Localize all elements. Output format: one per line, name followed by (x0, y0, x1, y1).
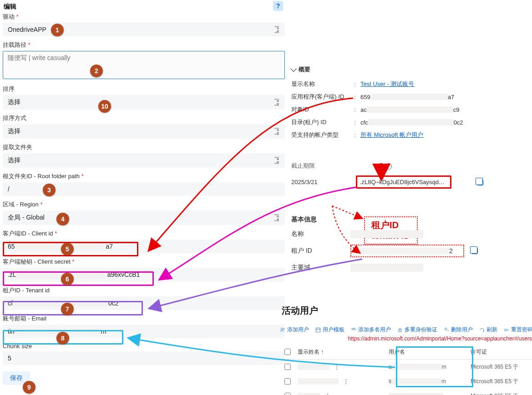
row-domain: 主要域 (291, 264, 528, 272)
region-field: 区域 - Region * 全局 - Global ▴▾ (3, 200, 285, 225)
svg-point-6 (505, 329, 507, 331)
orderdir-select[interactable]: 选择 ▴▾ (3, 124, 285, 139)
row-name: 名称 (291, 230, 528, 238)
mount-path-input[interactable] (3, 51, 285, 79)
overview-toggle[interactable]: 概要 (291, 65, 310, 74)
region-label: 区域 - Region * (3, 200, 285, 209)
basic-info-heading: 基本信息 (291, 215, 528, 224)
driver-label: 驱动 * (3, 13, 285, 21)
root-folder-label: 根文件夹ID - Root folder path * (3, 172, 285, 180)
step-badge-10: 10 (98, 100, 111, 113)
email-label: 账号邮箱 - Email (3, 315, 285, 323)
row-account-types: 受支持的帐户类型 : 所有 Microsoft 帐户用户 (291, 131, 528, 139)
tenant-id-field: 租户ID - Tenant id cf0c2 (3, 286, 285, 310)
orderdir-label: 排序方式 (3, 114, 285, 122)
email-input[interactable]: tinm (3, 325, 285, 338)
users-toolbar: 添加用户 用户模板 添加多名用户 多重身份验证 删除用户 刷新 重置密码 导出 (280, 326, 532, 334)
active-users-panel: 活动用户 添加用户 用户模板 添加多名用户 多重身份验证 删除用户 刷新 重置密… (280, 305, 532, 395)
add-many-users-button[interactable]: 添加多名用户 (351, 326, 391, 334)
lock-icon (397, 327, 403, 333)
row-checkbox[interactable] (284, 378, 291, 385)
step-badge-7: 7 (61, 303, 74, 315)
extract-field: 提取文件夹 选择 ▴▾ (3, 143, 285, 168)
select-all-checkbox[interactable] (284, 349, 291, 355)
svg-rect-1 (316, 328, 320, 332)
order-select[interactable]: 选择 ▴▾ (3, 95, 285, 110)
step-badge-6: 6 (61, 273, 74, 285)
order-field: 排序 选择 ▴▾ (3, 85, 285, 110)
chevron-down-icon (290, 65, 297, 72)
step-badge-4: 4 (56, 213, 69, 225)
secret-block: 截止期限 值 i 2025/3/21 .zL8Q~kDgJuED8jc6VSay… (291, 162, 528, 189)
active-users-heading: 活动用户 (282, 305, 532, 317)
chunk-size-label: Chunk size (3, 343, 285, 350)
users-plus-icon (351, 327, 356, 333)
user-templates-button[interactable]: 用户模板 (315, 326, 345, 334)
mount-path-label: 挂载路径 * (3, 41, 285, 49)
users-table: 显示姓名 ↑ 用户名 许可证 ⋮ am Microsoft 365 E5 于 ⋮… (280, 345, 532, 395)
key-icon (504, 327, 509, 333)
row-tenant-id: 租户 ID c2 (291, 245, 528, 257)
row-checkbox[interactable] (284, 364, 291, 370)
client-secret-label: 客户端秘钥 - Client secret * (3, 258, 285, 266)
chunk-size-field: Chunk size 5 (3, 343, 285, 365)
add-user-button[interactable]: 添加用户 (280, 326, 309, 334)
chevron-updown-icon: ▴▾ (277, 128, 279, 135)
chunk-size-input[interactable]: 5 (3, 351, 285, 365)
template-icon (315, 327, 321, 333)
row-checkbox[interactable] (284, 393, 291, 395)
secret-value-box: .zL8Q~kDgJuED8jc6VSaysqdTdLw... (356, 175, 451, 189)
info-icon: i (385, 163, 392, 170)
overview-panel: 概要 显示名称 : Test User - 测试账号 应用程序(客户端) ID … (291, 64, 528, 144)
tenant-id-input[interactable]: cf0c2 (3, 296, 285, 310)
col-license[interactable]: 许可证 (468, 345, 532, 360)
table-row[interactable]: ⋮ am Microsoft 365 E5 于 (280, 360, 532, 375)
refresh-button[interactable]: 刷新 (479, 326, 497, 334)
svg-rect-4 (399, 330, 401, 332)
step-badge-9: 9 (23, 381, 35, 394)
step-badge-2: 2 (90, 65, 103, 77)
basic-info-panel: 基本信息 名称 租户 ID c2 主要域 (291, 214, 528, 278)
table-row[interactable]: ⋮ tim Microsoft 365 E5 于 (280, 374, 532, 389)
copy-icon[interactable] (477, 179, 483, 185)
mount-path-field: 挂载路径 * (3, 41, 285, 80)
step-badge-5: 5 (61, 243, 74, 255)
mfa-button[interactable]: 多重身份验证 (397, 326, 437, 334)
chevron-updown-icon: ▴▾ (277, 214, 279, 221)
client-secret-input[interactable]: .zLa96xvCcB1 (3, 268, 285, 281)
user-minus-icon (444, 327, 449, 333)
row-display-name: 显示名称 : Test User - 测试账号 (291, 80, 528, 88)
driver-select[interactable]: OnedriveAPP ▴▾ (3, 23, 285, 36)
form-title: 编辑 (3, 0, 285, 13)
row-app-id: 应用程序(客户端) ID : 659a7 (291, 93, 528, 101)
svg-point-2 (352, 328, 354, 330)
deadline-header: 截止期限 (291, 162, 315, 170)
copy-icon[interactable] (471, 248, 478, 254)
client-id-input[interactable]: 65a7 (3, 240, 285, 253)
delete-user-button[interactable]: 删除用户 (444, 326, 473, 334)
email-field: 账号邮箱 - Email tinm (3, 315, 285, 338)
svg-point-5 (445, 328, 447, 330)
extract-select[interactable]: 选择 ▴▾ (3, 153, 285, 168)
chevron-updown-icon: ▴▾ (277, 157, 279, 164)
region-select[interactable]: 全局 - Global ▴▾ (3, 210, 285, 225)
order-label: 排序 (3, 85, 285, 93)
extract-label: 提取文件夹 (3, 143, 285, 151)
step-badge-1: 1 (51, 24, 64, 36)
client-id-field: 客户端ID - Client id * 65a7 (3, 230, 285, 253)
svg-point-0 (281, 328, 283, 330)
orderdir-field: 排序方式 选择 ▴▾ (3, 114, 285, 139)
admin-url: https://admin.microsoft.com/Adminportal/… (280, 335, 532, 342)
chevron-updown-icon: ▴▾ (277, 26, 279, 33)
reset-pw-button[interactable]: 重置密码 (504, 326, 532, 334)
deadline-value: 2025/3/21 (291, 179, 333, 185)
client-secret-field: 客户端秘钥 - Client secret * .zLa96xvCcB1 (3, 258, 285, 281)
tenant-id-value-box: c2 (350, 245, 464, 257)
col-username[interactable]: 用户名 (386, 345, 468, 360)
chevron-updown-icon: ▴▾ (277, 99, 279, 106)
table-row[interactable]: ⋮ Microsoft 365 E5 于 (280, 389, 532, 395)
display-name-link[interactable]: Test User - 测试账号 (360, 80, 414, 87)
col-display-name[interactable]: 显示姓名 ↑ (295, 345, 386, 360)
account-types-link[interactable]: 所有 Microsoft 帐户用户 (360, 131, 423, 138)
svg-point-3 (354, 328, 355, 330)
